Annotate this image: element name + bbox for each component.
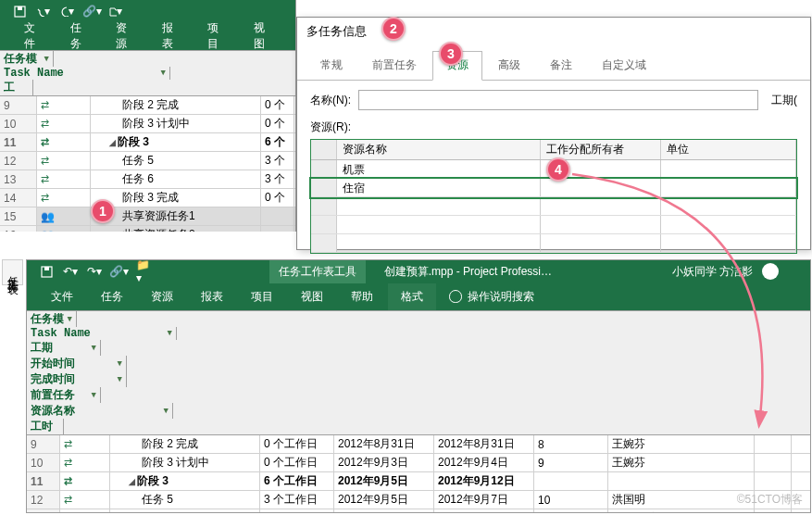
user-name[interactable]: 小妖同学 方洁影 [672,264,753,280]
tab-task[interactable]: 任务 [88,283,136,310]
gantt-grid-bottom: 任务模▼ Task Name▼ 工期▼ 开始时间▼ 完成时间▼ 前置任务▼ 资源… [27,310,810,513]
dialog-tab[interactable]: 自定义域 [588,51,660,80]
table-row[interactable]: 12 ⇄ 任务 5 3 个工作日 2012年9月5日 2012年9月7日 10 … [27,491,810,509]
table-row[interactable]: 11 ⇄ ◢阶段 3 6 个工作日 2012年9月5日 2012年9月12日 [27,472,810,491]
tab-view[interactable]: 视图 [288,283,336,310]
table-row[interactable]: 10 ⇄ 阶段 3 计划中 0 个工作日 2012年9月3日 2012年9月4日… [27,454,810,472]
redo-icon[interactable]: ↷▾ [88,265,101,278]
callout-4: 4 [546,157,570,182]
tab-format[interactable]: 格式 [388,283,436,310]
svg-rect-3 [44,267,49,270]
sheet-tab-vertical[interactable]: 任务工作表 [2,259,23,285]
tab-project[interactable]: 项目 [238,283,286,310]
file-title: 创建预算.mpp - Project Professi… [384,264,552,280]
ribbon-bottom: ↶▾ ↷▾ 🔗▾ 📁▾ 任务工作表工具 创建预算.mpp - Project P… [27,260,810,310]
table-row[interactable]: 16 👥 共享资源任务2 [0,226,295,232]
dialog-tabs: 常规前置任务资源高级备注自定义域 [297,51,810,81]
table-row[interactable]: 13 ⇄ 任务 6 3 个 [0,170,295,189]
bottom-window: ↶▾ ↷▾ 🔗▾ 📁▾ 任务工作表工具 创建预算.mpp - Project P… [26,259,811,513]
rescol-name[interactable]: 资源名称 [337,140,541,159]
rescol-unit[interactable]: 单位 [661,140,796,159]
dialog-tab[interactable]: 备注 [536,51,586,80]
table-row[interactable]: 12 ⇄ 任务 5 3 个 [0,152,295,170]
callout-2: 2 [381,17,406,41]
col-name[interactable]: Task Name [4,67,64,80]
tab-help[interactable]: 帮助 [338,283,386,310]
tab-file[interactable]: 文件 [38,283,86,310]
tell-me-search[interactable]: 操作说明搜索 [438,283,545,310]
svg-rect-1 [18,6,22,10]
resource-grid[interactable]: 资源名称 工作分配所有者 单位 机票住宿 [310,139,797,254]
dialog-tab[interactable]: 高级 [484,51,534,80]
res-label: 资源(R): [310,119,797,135]
task-info-dialog: 多任务信息 常规前置任务资源高级备注自定义域 名称(N): 工期( 资源(R):… [296,17,811,250]
table-row[interactable]: 10 ⇄ 阶段 3 计划中 0 个 [0,115,295,133]
watermark: ©51CTO博客 [737,492,803,508]
contextual-tab: 任务工作表工具 [269,260,366,283]
table-row[interactable]: 13 ⇄ 任务 6 3 个工作日 2012年9月10日 2012年9月12日 1… [27,509,810,513]
gantt-grid-top: 任务模▼ Task Name▼ 工 9 ⇄ 阶段 2 完成 0 个 10 ⇄ 阶… [0,50,295,232]
table-row[interactable]: 15 👥 共享资源任务1 [0,207,295,226]
ribbon-top: ▾ ▾ 🔗▾ ▾ 文件 任务 资源 报表 项目 视图 [0,0,295,50]
undo-icon[interactable]: ↶▾ [64,265,77,278]
table-row[interactable]: 9 ⇄ 阶段 2 完成 0 个 [0,96,295,115]
table-row[interactable]: 14 ⇄ 阶段 3 完成 0 个 [0,189,295,207]
grid-header: 任务模▼ Task Name▼ 工 [0,51,295,96]
top-window: ▾ ▾ 🔗▾ ▾ 文件 任务 资源 报表 项目 视图 任务模▼ Task Nam… [0,0,296,232]
table-row[interactable]: 9 ⇄ 阶段 2 完成 0 个工作日 2012年8月31日 2012年8月31日… [27,435,810,454]
col-mode[interactable]: 任务模 [4,51,37,67]
link-icon[interactable]: 🔗▾ [112,265,125,278]
bulb-icon [449,290,462,303]
callout-3: 3 [439,42,463,66]
name-input[interactable] [358,90,758,110]
resource-row[interactable]: 住宿 [311,179,796,197]
dur-label: 工期( [771,93,797,108]
table-row[interactable]: 11 ⇄ ◢阶段 3 6 个 [0,133,295,152]
callout-1: 1 [91,199,115,223]
folder-icon[interactable]: 📁▾ [136,265,149,278]
col-dur[interactable]: 工 [4,80,15,95]
name-label: 名称(N): [310,93,351,108]
dialog-tab[interactable]: 常规 [306,51,356,80]
save-icon[interactable] [40,265,53,278]
tab-report[interactable]: 报表 [188,283,236,310]
dialog-title: 多任务信息 [297,18,810,45]
dialog-tab[interactable]: 前置任务 [358,51,431,80]
tab-resource[interactable]: 资源 [138,283,186,310]
avatar-icon[interactable] [762,263,779,280]
rescol-owner[interactable]: 工作分配所有者 [541,140,661,159]
